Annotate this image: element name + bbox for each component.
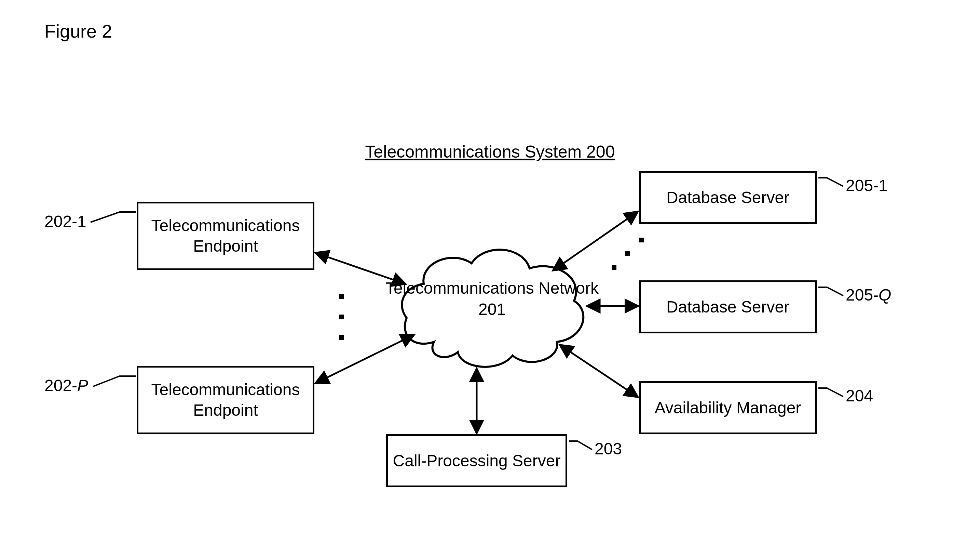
ref-205-q-suffix: Q xyxy=(878,286,891,304)
svg-rect-2 xyxy=(339,335,344,340)
box-endpoint-1: TelecommunicationsEndpoint xyxy=(137,202,314,270)
box-availability-manager: Availability Manager xyxy=(639,381,817,434)
ellipsis-right xyxy=(612,237,644,270)
svg-rect-0 xyxy=(339,294,344,299)
box-endpoint-1-label: TelecommunicationsEndpoint xyxy=(151,215,300,257)
ref-202-1: 202-1 xyxy=(45,212,86,231)
box-db-1: Database Server xyxy=(639,171,817,224)
cloud-network: Telecommunications Network201 xyxy=(393,236,591,373)
svg-rect-1 xyxy=(339,314,344,319)
ref-205-1: 205-1 xyxy=(846,176,888,195)
box-db-1-label: Database Server xyxy=(666,187,789,208)
ref-205-q: 205-Q xyxy=(846,285,891,304)
leader-203 xyxy=(569,441,592,449)
box-call-processing-server: Call-Processing Server xyxy=(386,434,567,487)
ref-203: 203 xyxy=(595,439,622,458)
box-db-q-label: Database Server xyxy=(666,297,789,317)
cloud-network-label: Telecommunications Network201 xyxy=(385,277,599,320)
leader-205-1 xyxy=(818,178,843,186)
ref-202-p: 202-P xyxy=(45,376,88,395)
ref-202-p-prefix: 202- xyxy=(45,376,77,395)
ref-205-q-prefix: 205- xyxy=(846,286,878,304)
leader-204 xyxy=(818,388,843,397)
box-endpoint-p-label: TelecommunicationsEndpoint xyxy=(151,379,300,421)
box-availability-manager-label: Availability Manager xyxy=(655,398,801,418)
box-db-q: Database Server xyxy=(639,280,817,333)
box-endpoint-p: TelecommunicationsEndpoint xyxy=(137,366,314,434)
ref-202-p-suffix: P xyxy=(77,376,88,395)
leader-202-p xyxy=(93,376,136,386)
leader-202-1 xyxy=(91,212,136,222)
svg-rect-4 xyxy=(625,251,630,256)
figure-label: Figure 2 xyxy=(45,21,112,42)
box-call-processing-server-label: Call-Processing Server xyxy=(393,451,561,471)
svg-rect-3 xyxy=(639,237,644,242)
leader-205-q xyxy=(818,287,843,296)
ref-204: 204 xyxy=(846,386,873,405)
diagram-stage: Figure 2 Telecommunications System 200 T… xyxy=(0,0,980,545)
diagram-title: Telecommunications System 200 xyxy=(365,142,615,162)
svg-rect-5 xyxy=(612,265,616,270)
ellipsis-left xyxy=(339,294,344,340)
